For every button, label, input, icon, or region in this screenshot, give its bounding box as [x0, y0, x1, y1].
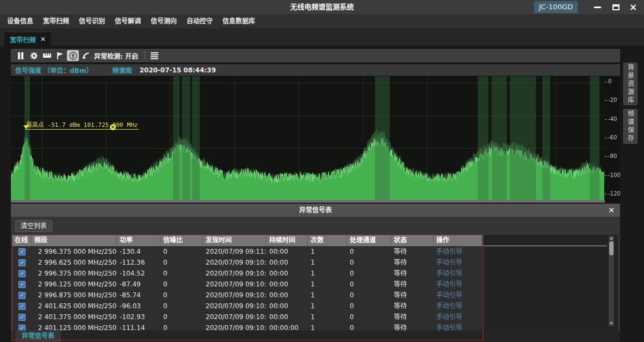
freq-cell: 2 401.125 000 MHz/250KHz	[32, 322, 117, 331]
online-checkbox[interactable]: ✓	[18, 248, 26, 255]
y-tick-mark	[605, 82, 607, 82]
action-cell: 手动引导	[434, 301, 482, 312]
record-button[interactable]	[67, 50, 79, 61]
spectrum-save-button[interactable]: 频谱保存	[623, 109, 637, 144]
snr-cell: 0	[160, 322, 203, 331]
online-checkbox[interactable]: ✓	[18, 292, 26, 299]
online-cell: ✓	[12, 322, 32, 331]
duration-cell: 00:00	[267, 312, 308, 322]
duration-cell: 00:00	[267, 301, 308, 312]
chart-view-toggle[interactable]: 频谱图	[112, 65, 132, 75]
power-cell: -85.74	[117, 290, 160, 301]
maximize-icon	[612, 4, 620, 10]
table-vertical-scrollbar[interactable]: ▲ ▼	[609, 236, 614, 326]
action-cell: 手动引导	[434, 312, 482, 322]
maximize-button[interactable]	[607, 0, 624, 14]
y-tick-label: 0	[608, 79, 611, 84]
menu-item-2[interactable]: 宽带扫频	[38, 14, 74, 28]
manual-guide-link[interactable]: 手动引导	[436, 280, 462, 288]
menu-item-1[interactable]: 设备信息	[2, 14, 38, 28]
table-row[interactable]: ✓2 996.625 000 MHz/250KHz-112.3602020/07…	[12, 257, 482, 268]
y-tick-mark	[605, 119, 607, 120]
y-tick-mark	[605, 138, 607, 138]
y-tick-label: -40	[608, 117, 617, 122]
status-cell: 等待	[391, 268, 434, 279]
background-library-button[interactable]: 背景资源库	[623, 63, 637, 105]
chart-header: 信号强度 （单位：dBm） 频谱图 2020-07-15 08:44:39	[11, 64, 620, 76]
manual-guide-link[interactable]: 手动引导	[436, 324, 462, 331]
toolbar-divider	[145, 51, 145, 60]
table-row[interactable]: ✓2 401.125 000 MHz/250KHz-111.1402020/07…	[12, 322, 482, 331]
manual-guide-link[interactable]: 手动引导	[436, 313, 462, 321]
manual-guide-link[interactable]: 手动引导	[436, 248, 462, 255]
power-cell: -96.03	[117, 301, 160, 312]
online-checkbox[interactable]: ✓	[18, 281, 26, 288]
status-cell: 等待	[391, 301, 434, 312]
close-button[interactable]: ×	[624, 0, 642, 14]
menu-item-3[interactable]: 信号识别	[74, 14, 110, 28]
ruler-button[interactable]	[41, 50, 53, 61]
snr-cell: 0	[160, 246, 203, 257]
online-checkbox[interactable]: ✓	[18, 303, 26, 310]
menu-list-button[interactable]	[148, 50, 160, 61]
column-header: 频段	[32, 235, 117, 246]
online-checkbox[interactable]: ✓	[18, 259, 26, 266]
scrollbar-thumb[interactable]	[609, 241, 614, 255]
peak-marker-close-icon[interactable]: ×	[110, 124, 116, 130]
settings-button[interactable]	[28, 50, 40, 61]
online-checkbox[interactable]: ✓	[18, 325, 26, 331]
found-cell: 2020/07/09 09:11:00	[203, 246, 267, 257]
power-cell: -104.52	[117, 268, 160, 279]
panel-close-button[interactable]: ✕	[608, 205, 615, 215]
manual-guide-link[interactable]: 手动引导	[436, 291, 462, 299]
column-header: 持续时间	[267, 235, 308, 246]
found-cell: 2020/07/09 09:10:55	[203, 322, 267, 331]
table-row[interactable]: ✓2 996.375 000 MHz/250KHz-130.402020/07/…	[12, 246, 482, 258]
menu-item-7[interactable]: 信息数据库	[218, 14, 260, 28]
antenna-button[interactable]	[80, 50, 92, 61]
status-cell: 等待	[391, 312, 434, 322]
minimize-icon	[594, 7, 601, 8]
chart-horizontal-scrollbar[interactable]	[11, 200, 605, 203]
duration-cell: 00:00	[267, 290, 308, 301]
menu-item-5[interactable]: 信号测向	[146, 14, 182, 28]
scroll-down-icon[interactable]: ▼	[609, 321, 614, 326]
minimize-button[interactable]	[589, 0, 606, 14]
close-icon: ×	[629, 3, 637, 12]
online-checkbox[interactable]: ✓	[18, 314, 26, 321]
online-cell: ✓	[12, 290, 32, 301]
action-cell: 手动引导	[434, 279, 482, 290]
table-row[interactable]: ✓2 996.375 000 MHz/250KHz-104.5202020/07…	[12, 268, 482, 279]
table-row[interactable]: ✓2 996.125 000 MHz/250KHz-87.4902020/07/…	[12, 279, 482, 290]
online-checkbox[interactable]: ✓	[18, 270, 26, 277]
device-model-button[interactable]: JC-100GD	[534, 1, 578, 13]
manual-guide-link[interactable]: 手动引导	[436, 270, 462, 277]
spectrum-canvas[interactable]	[11, 76, 605, 203]
freq-cell: 2 401.625 000 MHz/250KHz	[32, 301, 117, 312]
table-row[interactable]: ✓2 401.375 000 MHz/250KHz-102.9302020/07…	[12, 312, 482, 323]
online-cell: ✓	[12, 279, 32, 290]
tab-close-icon[interactable]: ✕	[40, 35, 46, 43]
scroll-up-icon[interactable]: ▲	[609, 236, 614, 241]
channel-cell: 0	[347, 312, 391, 322]
manual-guide-link[interactable]: 手动引导	[436, 259, 462, 266]
manual-guide-link[interactable]: 手动引导	[436, 302, 462, 310]
flag-button[interactable]	[54, 50, 66, 61]
table-row[interactable]: ✓2 401.625 000 MHz/250KHz-96.0302020/07/…	[12, 301, 482, 312]
menu-item-4[interactable]: 信号解调	[110, 14, 146, 28]
anomaly-detection-toggle[interactable]: 异常检测: 开启	[94, 51, 138, 60]
status-cell: 等待	[391, 257, 434, 268]
snr-cell: 0	[160, 279, 203, 290]
table-row[interactable]: ✓2 996.875 000 MHz/250KHz-85.7402020/07/…	[12, 290, 482, 301]
spectrum-chart: 0-20-40-60-80-100-120 最高点 -51.7 dBm 101.…	[11, 76, 620, 203]
freq-cell: 2 996.625 000 MHz/250KHz	[32, 257, 117, 268]
menu-item-6[interactable]: 自动控守	[182, 14, 218, 28]
clear-list-button[interactable]: 清空列表	[15, 220, 52, 232]
bottom-tab-abnormal-signals[interactable]: 异常信号表	[15, 331, 61, 342]
tab-broadband-scan[interactable]: 宽带扫频 ✕	[4, 32, 51, 46]
toolbar: 异常检测: 开启	[11, 49, 620, 62]
online-cell: ✓	[12, 268, 32, 279]
duration-cell: 00:00	[267, 257, 308, 268]
count-cell: 1	[308, 312, 347, 322]
pause-button[interactable]	[15, 50, 27, 61]
